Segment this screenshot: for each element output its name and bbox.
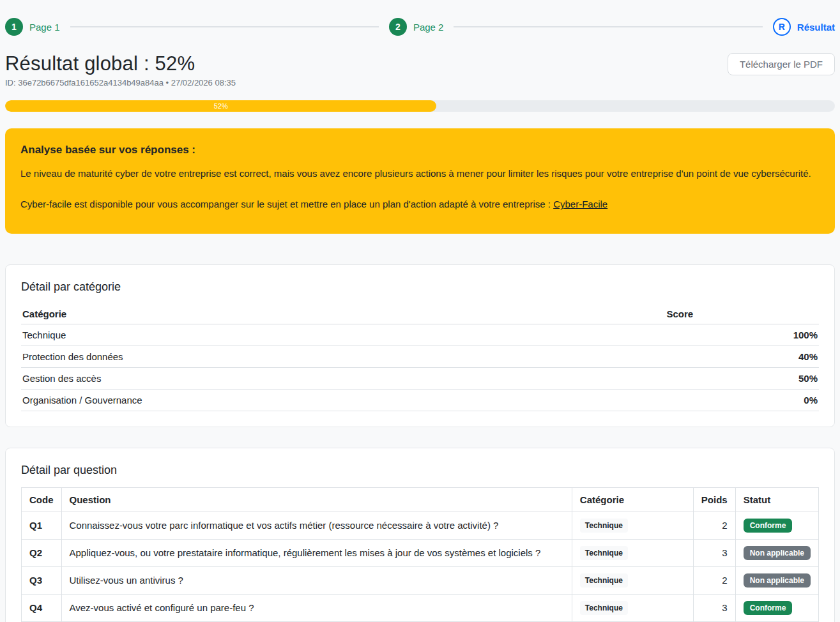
category-row: Technique 100% [21,324,819,345]
step-result-circle: R [773,18,791,36]
category-score: 50% [665,367,819,389]
download-pdf-button[interactable]: Télécharger le PDF [728,53,835,75]
status-badge: Conforme [744,601,793,615]
step-resultat[interactable]: R Résultat [773,18,835,36]
analysis-paragraph-2: Cyber-facile est disponible pour vous ac… [20,196,820,213]
category-name: Gestion des accès [21,367,665,389]
category-score: 100% [665,324,819,345]
question-code: Q4 [22,594,62,621]
question-category-column-header: Catégorie [572,487,693,512]
question-status-cell: Non applicable [735,566,818,594]
question-section-title: Détail par question [21,464,819,477]
question-status-cell: Conforme [735,594,818,621]
category-section-title: Détail par catégorie [21,280,819,294]
analysis-heading: Analyse basée sur vos réponses : [20,144,820,156]
category-badge: Technique [580,519,628,533]
step-1-number: 1 [11,22,17,32]
question-status-cell: Conforme [735,512,818,539]
category-detail-card: Détail par catégorie Catégorie Score Tec… [5,264,835,427]
question-table-header-row: Code Question Catégorie Poids Statut [22,487,819,512]
step-2-number: 2 [395,22,401,32]
result-meta: ID: 36e72b6675dfa161652a4134b49a84aa • 2… [5,78,835,87]
question-category-cell: Technique [572,539,693,566]
progress-track: 52% [5,100,835,112]
step-connector-1 [70,26,379,27]
question-text: Avez-vous activé et configuré un pare-fe… [61,594,572,621]
analysis-alert: Analyse basée sur vos réponses : Le nive… [5,128,835,234]
category-table-header-row: Catégorie Score [21,304,819,324]
question-weight: 3 [693,539,735,566]
step-2-label: Page 2 [413,22,444,33]
question-code: Q1 [22,512,62,539]
question-weight: 2 [693,566,735,594]
question-category-cell: Technique [572,594,693,621]
category-badge: Technique [580,573,628,588]
cyber-facile-link[interactable]: Cyber-Facile [553,199,607,209]
page-title: Résultat global : 52% [5,52,195,75]
category-column-header: Catégorie [21,304,665,324]
question-weight: 3 [693,594,735,621]
step-page-1[interactable]: 1 Page 1 [5,18,60,36]
category-row: Organisation / Gouvernance 0% [21,389,819,411]
step-2-circle: 2 [389,18,407,36]
code-column-header: Code [22,487,62,512]
category-score: 0% [665,389,819,411]
question-row: Q4 Avez-vous activé et configuré un pare… [22,594,819,621]
step-page-2[interactable]: 2 Page 2 [389,18,444,36]
question-row: Q3 Utilisez-vous un antivirus ? Techniqu… [22,566,819,594]
question-category-cell: Technique [572,566,693,594]
step-1-label: Page 1 [29,22,60,33]
header-row: Résultat global : 52% Télécharger le PDF [5,52,835,75]
question-weight: 2 [693,512,735,539]
stepper: 1 Page 1 2 Page 2 R Résultat [5,18,835,36]
category-row: Protection des données 40% [21,345,819,367]
category-badge: Technique [580,601,628,615]
category-score: 40% [665,345,819,367]
status-badge: Non applicable [744,573,811,588]
question-text: Connaissez-vous votre parc informatique … [61,512,572,539]
analysis-paragraph-1: Le niveau de maturité cyber de votre ent… [20,165,820,182]
question-category-cell: Technique [572,512,693,539]
results-page: 1 Page 1 2 Page 2 R Résultat Résultat gl… [0,0,840,622]
step-result-letter: R [779,22,785,32]
status-badge: Conforme [744,519,793,533]
question-text: Appliquez-vous, ou votre prestataire inf… [61,539,572,566]
question-row: Q1 Connaissez-vous votre parc informatiq… [22,512,819,539]
question-code: Q2 [22,539,62,566]
category-row: Gestion des accès 50% [21,367,819,389]
status-column-header: Statut [735,487,818,512]
question-code: Q3 [22,566,62,594]
question-row: Q2 Appliquez-vous, ou votre prestataire … [22,539,819,566]
question-status-cell: Non applicable [735,539,818,566]
step-result-label: Résultat [797,22,835,33]
question-column-header: Question [61,487,572,512]
weight-column-header: Poids [693,487,735,512]
question-detail-card: Détail par question Code Question Catégo… [5,448,835,622]
question-table: Code Question Catégorie Poids Statut Q1 … [21,487,819,622]
progress-fill: 52% [5,100,436,112]
category-name: Technique [21,324,665,345]
status-badge: Non applicable [744,546,811,560]
step-connector-2 [454,26,762,27]
step-1-circle: 1 [5,18,23,36]
category-name: Organisation / Gouvernance [21,389,665,411]
analysis-paragraph-2-text: Cyber-facile est disponible pour vous ac… [20,199,553,209]
question-text: Utilisez-vous un antivirus ? [61,566,572,594]
progress-label: 52% [214,100,228,112]
category-name: Protection des données [21,345,665,367]
category-table: Catégorie Score Technique 100% Protectio… [21,304,819,411]
score-column-header: Score [665,304,819,324]
category-badge: Technique [580,546,628,560]
